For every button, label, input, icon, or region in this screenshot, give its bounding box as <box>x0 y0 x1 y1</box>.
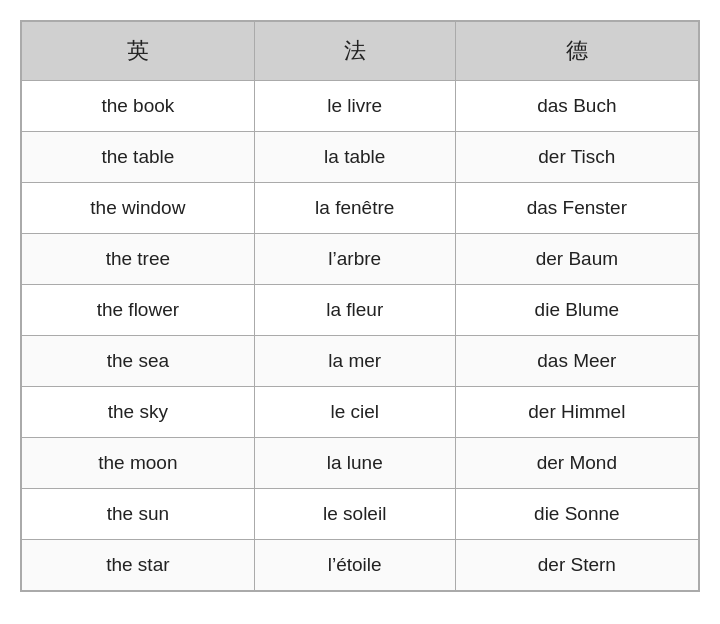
cell-french-1: la table <box>254 132 455 183</box>
cell-english-1: the table <box>22 132 255 183</box>
table-row: the treel’arbreder Baum <box>22 234 699 285</box>
cell-english-0: the book <box>22 81 255 132</box>
cell-german-4: die Blume <box>455 285 698 336</box>
table-row: the starl’étoileder Stern <box>22 540 699 591</box>
table-row: the windowla fenêtredas Fenster <box>22 183 699 234</box>
header-english: 英 <box>22 22 255 81</box>
cell-english-6: the sky <box>22 387 255 438</box>
cell-german-5: das Meer <box>455 336 698 387</box>
cell-german-8: die Sonne <box>455 489 698 540</box>
table-row: the flowerla fleurdie Blume <box>22 285 699 336</box>
cell-french-3: l’arbre <box>254 234 455 285</box>
header-german: 德 <box>455 22 698 81</box>
table-row: the moonla luneder Mond <box>22 438 699 489</box>
table-row: the sunle soleildie Sonne <box>22 489 699 540</box>
cell-french-0: le livre <box>254 81 455 132</box>
cell-french-7: la lune <box>254 438 455 489</box>
cell-german-9: der Stern <box>455 540 698 591</box>
table-header-row: 英 法 德 <box>22 22 699 81</box>
header-french: 法 <box>254 22 455 81</box>
cell-french-8: le soleil <box>254 489 455 540</box>
cell-french-9: l’étoile <box>254 540 455 591</box>
cell-english-8: the sun <box>22 489 255 540</box>
cell-german-1: der Tisch <box>455 132 698 183</box>
cell-german-2: das Fenster <box>455 183 698 234</box>
table-row: the tablela tableder Tisch <box>22 132 699 183</box>
table-row: the seala merdas Meer <box>22 336 699 387</box>
cell-english-3: the tree <box>22 234 255 285</box>
cell-german-0: das Buch <box>455 81 698 132</box>
cell-french-2: la fenêtre <box>254 183 455 234</box>
cell-german-7: der Mond <box>455 438 698 489</box>
cell-english-7: the moon <box>22 438 255 489</box>
translation-table: 英 法 德 the bookle livredas Buchthe tablel… <box>20 20 700 592</box>
table-row: the skyle cielder Himmel <box>22 387 699 438</box>
cell-french-5: la mer <box>254 336 455 387</box>
cell-german-6: der Himmel <box>455 387 698 438</box>
cell-english-2: the window <box>22 183 255 234</box>
cell-english-5: the sea <box>22 336 255 387</box>
cell-english-4: the flower <box>22 285 255 336</box>
cell-french-6: le ciel <box>254 387 455 438</box>
cell-german-3: der Baum <box>455 234 698 285</box>
cell-english-9: the star <box>22 540 255 591</box>
table-row: the bookle livredas Buch <box>22 81 699 132</box>
cell-french-4: la fleur <box>254 285 455 336</box>
